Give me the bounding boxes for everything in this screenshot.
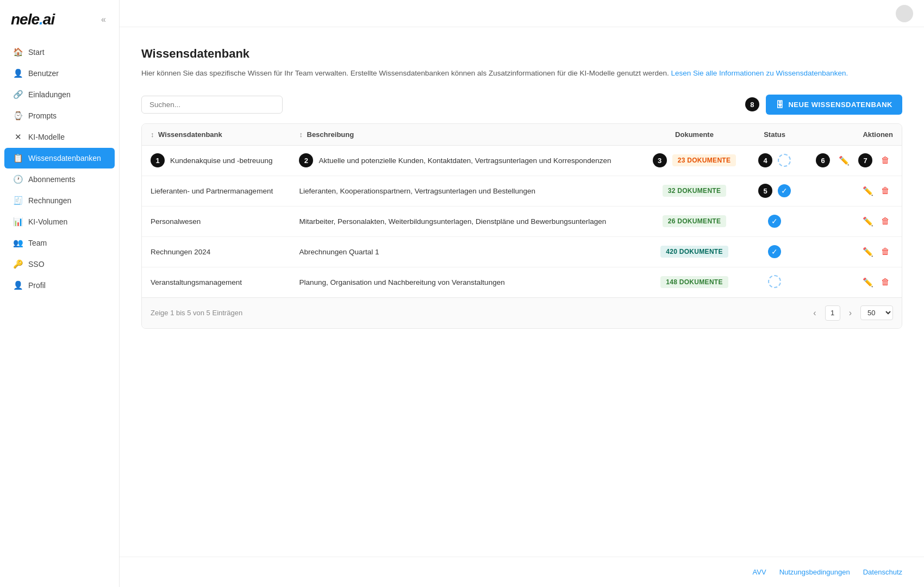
- row-name: Personalwesen: [142, 206, 290, 236]
- user-icon: 👤: [13, 68, 23, 78]
- trash-icon: 🗑: [881, 277, 890, 286]
- logo-area: nele.ai «: [0, 0, 119, 37]
- top-bar: [120, 0, 924, 27]
- col-name: ↕ Wissensdatenbank: [142, 124, 290, 146]
- footer-links: AVV Nutzungsbedingungen Datenschutz: [120, 557, 924, 587]
- row-actions: ✏️ 🗑: [801, 267, 902, 297]
- search-input[interactable]: [141, 96, 283, 114]
- sort-icon-name: ↕: [151, 130, 154, 139]
- annotation-badge-7: 7: [858, 153, 872, 167]
- sidebar-item-ki-volumen[interactable]: 📊 KI-Volumen: [4, 211, 115, 232]
- row-status: ✓: [748, 236, 801, 267]
- row-name: Veranstaltungsmanagement: [142, 267, 290, 297]
- trash-icon: 🗑: [881, 155, 890, 165]
- delete-button-2[interactable]: 🗑: [878, 184, 893, 198]
- trash-icon: 🗑: [881, 186, 890, 195]
- pagination: ‹ 1 › 50 25 100: [809, 305, 893, 321]
- edit-button-1[interactable]: ✏️: [835, 153, 853, 168]
- sidebar-item-profil[interactable]: 👤 Profil: [4, 275, 115, 296]
- sidebar-item-label: Wissensdatenbanken: [28, 154, 101, 163]
- datenschutz-link[interactable]: Datenschutz: [863, 568, 902, 576]
- sidebar-item-label: SSO: [28, 260, 45, 268]
- status-spinner-1: [778, 154, 791, 167]
- status-check-2: ✓: [778, 184, 791, 197]
- doc-badge-2: 32 DOKUMENTE: [663, 185, 727, 197]
- row-name: Lieferanten- und Partnermanagement: [142, 176, 290, 206]
- row-description: Mitarbeiter, Personalakten, Weiterbildun…: [290, 206, 640, 236]
- row-actions: ✏️ 🗑: [801, 206, 902, 236]
- sidebar-item-wissensdatenbanken[interactable]: 📋 Wissensdatenbanken: [4, 148, 115, 168]
- row-docs: 32 DOKUMENTE: [641, 176, 748, 206]
- table-row: 1 Kundenakquise und -betreuung 2 Aktuell…: [142, 145, 902, 176]
- sidebar-item-start[interactable]: 🏠 Start: [4, 42, 115, 63]
- row-docs: 3 23 DOKUMENTE: [641, 145, 748, 176]
- edit-icon: ✏️: [863, 186, 873, 196]
- volume-icon: 📊: [13, 217, 23, 227]
- sidebar-item-rechnungen[interactable]: 🧾 Rechnungen: [4, 190, 115, 211]
- prev-page-button[interactable]: ‹: [809, 306, 820, 320]
- annotation-badge-8: 8: [745, 97, 759, 111]
- edit-icon: ✏️: [863, 247, 873, 257]
- content-area: Wissensdatenbank Hier können Sie das spe…: [120, 27, 924, 557]
- sidebar-item-prompts[interactable]: ⌚ Prompts: [4, 105, 115, 126]
- invoice-icon: 🧾: [13, 196, 23, 205]
- sidebar-item-team[interactable]: 👥 Team: [4, 233, 115, 253]
- sidebar-item-ki-modelle[interactable]: ✕ KI-Modelle: [4, 127, 115, 147]
- table-footer: Zeige 1 bis 5 von 5 Einträgen ‹ 1 › 50 2…: [142, 297, 902, 328]
- delete-button-1[interactable]: 🗑: [878, 153, 893, 167]
- sidebar-item-label: Rechnungen: [28, 196, 71, 205]
- sidebar-item-label: Profil: [28, 281, 46, 290]
- status-spinner-5: [768, 275, 781, 288]
- delete-button-5[interactable]: 🗑: [878, 275, 893, 289]
- row-name: Rechnungen 2024: [142, 236, 290, 267]
- edit-button-4[interactable]: ✏️: [859, 245, 877, 259]
- page-title: Wissensdatenbank: [141, 47, 902, 61]
- row-actions: ✏️ 🗑: [801, 176, 902, 206]
- sidebar-item-sso[interactable]: 🔑 SSO: [4, 254, 115, 274]
- next-page-button[interactable]: ›: [845, 306, 856, 320]
- more-info-link[interactable]: Lesen Sie alle Informationen zu Wissensd…: [671, 69, 848, 77]
- delete-button-3[interactable]: 🗑: [878, 214, 893, 228]
- row-actions: ✏️ 🗑: [801, 236, 902, 267]
- app-logo: nele.ai: [11, 11, 54, 28]
- sidebar-item-label: Einladungen: [28, 90, 71, 99]
- sidebar-item-label: Abonnements: [28, 175, 75, 184]
- avv-link[interactable]: AVV: [753, 568, 766, 576]
- row-description: Planung, Organisation und Nachbereitung …: [290, 267, 640, 297]
- edit-button-5[interactable]: ✏️: [859, 275, 877, 290]
- nutzungsbedingungen-link[interactable]: Nutzungsbedingungen: [779, 568, 850, 576]
- toolbar: 8 🗄 NEUE WISSENSDATENBANK: [141, 95, 902, 115]
- status-check-3: ✓: [768, 215, 781, 228]
- edit-icon: ✏️: [839, 156, 850, 165]
- db-desc-1: Aktuelle und potenzielle Kunden, Kontakt…: [319, 157, 611, 165]
- row-status: ✓: [748, 206, 801, 236]
- sidebar-item-einladungen[interactable]: 🔗 Einladungen: [4, 84, 115, 105]
- edit-button-3[interactable]: ✏️: [859, 214, 877, 229]
- annotation-badge-1: 1: [151, 153, 165, 167]
- edit-icon: ✏️: [863, 217, 873, 226]
- sidebar-item-benutzer[interactable]: 👤 Benutzer: [4, 63, 115, 84]
- avatar: [896, 5, 913, 22]
- row-status: [748, 267, 801, 297]
- edit-button-2[interactable]: ✏️: [859, 184, 877, 198]
- ai-model-icon: ✕: [13, 132, 23, 142]
- col-status: Status: [748, 124, 801, 146]
- home-icon: 🏠: [13, 47, 23, 57]
- annotation-badge-6: 6: [816, 153, 830, 167]
- annotation-badge-5: 5: [758, 184, 772, 198]
- table-row: Personalwesen Mitarbeiter, Personalakten…: [142, 206, 902, 236]
- per-page-select[interactable]: 50 25 100: [860, 305, 893, 320]
- new-wissensdatenbank-button[interactable]: 🗄 NEUE WISSENSDATENBANK: [766, 95, 902, 115]
- sidebar-item-abonnements[interactable]: 🕐 Abonnements: [4, 169, 115, 190]
- page-description: Hier können Sie das spezifische Wissen f…: [141, 67, 902, 79]
- col-actions: Aktionen: [801, 124, 902, 146]
- delete-button-4[interactable]: 🗑: [878, 245, 893, 259]
- collapse-sidebar-button[interactable]: «: [99, 13, 108, 27]
- row-actions: 6 ✏️ 7 🗑: [801, 145, 902, 176]
- prompts-icon: ⌚: [13, 111, 23, 121]
- table-row: Rechnungen 2024 Abrechnungen Quartal 1 4…: [142, 236, 902, 267]
- main-content: Wissensdatenbank Hier können Sie das spe…: [120, 0, 924, 587]
- sort-icon-desc: ↕: [299, 130, 303, 139]
- row-description: Abrechnungen Quartal 1: [290, 236, 640, 267]
- row-description: Lieferanten, Kooperationspartnern, Vertr…: [290, 176, 640, 206]
